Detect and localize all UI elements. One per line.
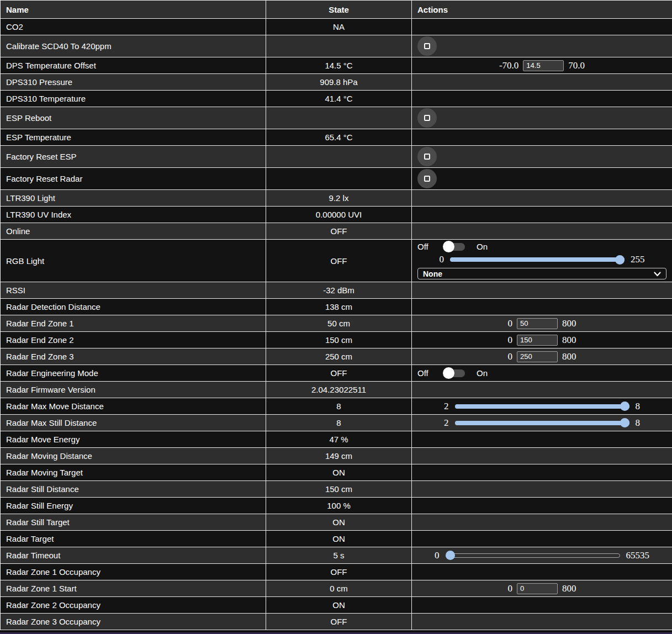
effect-select[interactable]: None [417, 268, 666, 279]
row-state-cell: 250 cm [266, 348, 412, 365]
slider-track[interactable] [450, 257, 625, 262]
row-name-cell: LTR390 UV Index [1, 207, 266, 223]
slider-min-label: 0 [440, 254, 445, 265]
number-input[interactable] [517, 335, 558, 346]
table-row: Radar Max Still Distance828 [1, 415, 672, 431]
table-row: Radar TargetON [1, 531, 672, 547]
effect-select-value: None [423, 270, 442, 278]
row-name-cell: DPS310 Temperature [1, 91, 266, 107]
table-row: Radar Timeout5 s065535 [1, 547, 672, 564]
toggle-knob[interactable] [443, 241, 454, 252]
row-state-cell: ON [266, 597, 412, 614]
row-actions-cell: 28 [412, 415, 672, 431]
row-actions-cell: OffOn0255None [412, 240, 672, 282]
table-row: RGB LightOFFOffOn0255None [1, 240, 672, 282]
table-row: Radar Detection Distance138 cm [1, 299, 672, 315]
row-name-cell: Radar Timeout [1, 547, 266, 564]
number-input[interactable] [517, 318, 558, 329]
row-state-cell [266, 107, 412, 129]
number-control: -70.070.0 [417, 60, 666, 71]
chevron-down-icon [654, 270, 661, 278]
row-name-cell: Factory Reset ESP [1, 146, 266, 168]
row-name-cell: ESP Reboot [1, 107, 266, 129]
slider-thumb[interactable] [620, 401, 629, 411]
row-state-cell: 0.00000 UVI [266, 207, 412, 223]
number-input[interactable] [523, 60, 564, 71]
row-name-cell: Radar Zone 1 Occupancy [1, 564, 266, 580]
column-header-name: Name [1, 1, 266, 19]
number-max-label: 800 [562, 318, 576, 329]
number-min-label: 0 [508, 351, 513, 362]
button-square-icon [424, 115, 430, 121]
slider-min-label: 2 [444, 418, 449, 429]
press-button[interactable] [417, 147, 437, 166]
row-state-cell: 150 cm [266, 332, 412, 348]
toggle-on-label: On [477, 242, 488, 251]
slider-thumb[interactable] [620, 418, 629, 427]
slider-track-base [446, 553, 620, 558]
toggle-switch[interactable] [444, 243, 465, 251]
press-button[interactable] [417, 108, 437, 128]
number-input[interactable] [517, 351, 558, 362]
toggle-off-label: Off [417, 368, 444, 378]
row-state-cell: OFF [266, 365, 412, 382]
slider-track-fill [455, 404, 629, 409]
row-actions-cell [412, 299, 672, 315]
number-min-label: 0 [508, 318, 513, 329]
slider-max-label: 8 [636, 418, 641, 429]
table-row: Radar End Zone 3250 cm0800 [1, 348, 672, 365]
number-control: 0800 [417, 351, 666, 362]
row-state-cell [266, 168, 412, 190]
row-state-cell: -32 dBm [266, 282, 412, 299]
row-name-cell: Radar Zone 2 Occupancy [1, 597, 266, 614]
row-actions-cell [412, 597, 672, 614]
row-actions-cell: 065535 [412, 547, 672, 564]
table-row: Radar Zone 1 OccupancyOFF [1, 564, 672, 580]
slider-max-label: 255 [631, 254, 645, 265]
row-state-cell: ON [266, 531, 412, 547]
row-state-cell: 65.4 °C [266, 129, 412, 146]
row-actions-cell: 0800 [412, 332, 672, 348]
row-name-cell: Radar Max Move Distance [1, 398, 266, 415]
row-state-cell: 150 cm [266, 481, 412, 498]
table-row: Radar End Zone 150 cm0800 [1, 315, 672, 332]
number-min-label: 0 [508, 335, 513, 346]
row-state-cell: 9.2 lx [266, 190, 412, 207]
row-actions-cell [412, 464, 672, 481]
light-controls: OffOn0255None [417, 241, 666, 281]
toggle-knob[interactable] [443, 367, 454, 379]
slider-control: 065535 [417, 550, 666, 561]
slider-thumb[interactable] [615, 255, 625, 265]
table-row: DPS Temperature Offset14.5 °C-70.070.0 [1, 57, 672, 74]
row-name-cell: Radar End Zone 3 [1, 348, 266, 365]
row-name-cell: Radar Moving Distance [1, 448, 266, 464]
slider-thumb[interactable] [446, 551, 455, 560]
toggle-switch[interactable] [444, 369, 465, 377]
toggle-off-label: Off [417, 242, 444, 251]
slider-max-label: 8 [636, 401, 641, 412]
number-input[interactable] [517, 583, 558, 594]
table-row: RSSI-32 dBm [1, 282, 672, 299]
button-square-icon [424, 43, 430, 49]
number-min-label: -70.0 [499, 60, 518, 71]
row-name-cell: Radar Engineering Mode [1, 365, 266, 382]
slider-track[interactable] [455, 404, 629, 409]
slider-min-label: 2 [444, 401, 449, 412]
row-name-cell: DPS310 Pressure [1, 74, 266, 91]
row-actions-cell: 0800 [412, 348, 672, 365]
row-actions-cell [412, 282, 672, 299]
number-max-label: 70.0 [568, 60, 585, 71]
row-name-cell: RSSI [1, 282, 266, 299]
row-state-cell [266, 35, 412, 57]
press-button[interactable] [417, 36, 437, 56]
row-state-cell: OFF [266, 240, 412, 282]
row-name-cell: Radar Target [1, 531, 266, 547]
row-name-cell: Radar Max Still Distance [1, 415, 266, 431]
row-actions-cell [412, 431, 672, 448]
slider-track-fill [450, 257, 625, 262]
row-name-cell: Radar End Zone 2 [1, 332, 266, 348]
slider-track[interactable] [455, 421, 629, 425]
row-actions-cell: 0800 [412, 315, 672, 332]
press-button[interactable] [417, 169, 437, 188]
slider-track[interactable] [446, 553, 620, 558]
